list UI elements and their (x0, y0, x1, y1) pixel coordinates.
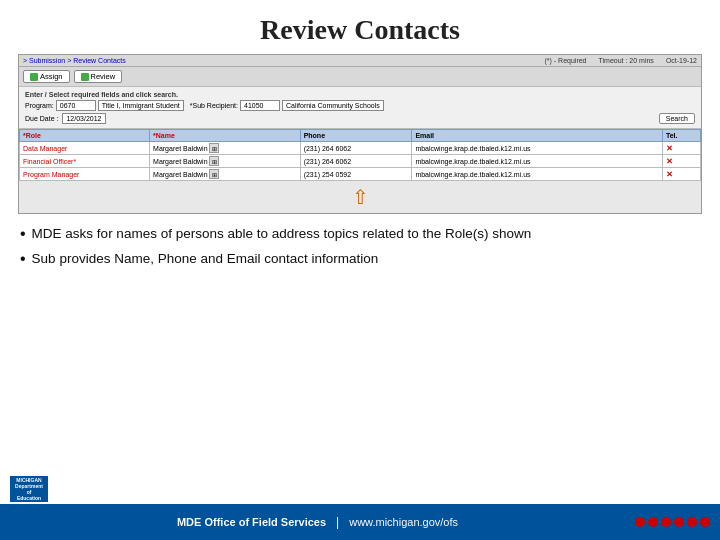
cell-email: mbalcwinge.krap.de.tbaled.k12.mi.us (412, 168, 663, 181)
search-form: Enter / Select required fields and click… (19, 87, 701, 129)
table-row: Financial Officer*Margaret Baldwin ⊞(231… (20, 155, 701, 168)
col-header-tel: Tel. (662, 130, 700, 142)
michigan-logo-box: MICHIGANDepartmentofEducation (10, 476, 48, 502)
cell-name: Margaret Baldwin ⊞ (150, 168, 301, 181)
screenshot-topbar: > Submission > Review Contacts (*) - Req… (19, 55, 701, 67)
cell-role: Program Manager (20, 168, 150, 181)
sub-recipient-desc: California Community Schools (282, 100, 384, 111)
footer-dot (661, 517, 671, 527)
assign-button[interactable]: Assign (23, 70, 70, 83)
col-header-phone: Phone (300, 130, 412, 142)
program-label: Program: (25, 102, 54, 109)
cell-role: Financial Officer* (20, 155, 150, 168)
search-button[interactable]: Search (659, 113, 695, 124)
bullet-text: Sub provides Name, Phone and Email conta… (32, 249, 379, 270)
due-date-label: Due Date : (25, 115, 58, 122)
sub-recipient-value: 41050 (240, 100, 280, 111)
screenshot-mockup: > Submission > Review Contacts (*) - Req… (18, 54, 702, 214)
bullet-text: MDE asks for names of persons able to ad… (32, 224, 532, 245)
bullets-section: MDE asks for names of persons able to ad… (20, 224, 700, 270)
cell-email: mbalcwinge.krap.de.tbaled.k12.mi.us (412, 155, 663, 168)
cell-name: Margaret Baldwin ⊞ (150, 155, 301, 168)
footer-org: MDE Office of Field Services (177, 516, 326, 528)
date-top: Oct-19-12 (666, 57, 697, 64)
program-value: 0670 (56, 100, 96, 111)
form-instruction: Enter / Select required fields and click… (25, 91, 695, 98)
program-desc: Title I, Immigrant Student (98, 100, 184, 111)
program-field: Program: 0670 Title I, Immigrant Student (25, 100, 184, 111)
cell-role: Data Manager (20, 142, 150, 155)
timeout-label: Timeout : 20 mins (599, 57, 654, 64)
footer-dots (635, 517, 710, 527)
list-item: Sub provides Name, Phone and Email conta… (20, 249, 700, 270)
due-date-value: 12/03/2012 (62, 113, 105, 124)
form-row-program: Program: 0670 Title I, Immigrant Student… (25, 100, 695, 111)
delete-icon[interactable]: ✕ (666, 170, 673, 179)
footer-dot (648, 517, 658, 527)
cell-name: Margaret Baldwin ⊞ (150, 142, 301, 155)
cell-delete[interactable]: ✕ (662, 142, 700, 155)
footer-pipe: | (336, 515, 339, 529)
cell-delete[interactable]: ✕ (662, 155, 700, 168)
cell-email: mbalcwinge.krap.de.tbaled.k12.mi.us (412, 142, 663, 155)
footer-url: www.michigan.gov/ofs (349, 516, 458, 528)
review-icon (81, 73, 89, 81)
footer-dot (674, 517, 684, 527)
assign-icon (30, 73, 38, 81)
table-row: Data ManagerMargaret Baldwin ⊞(231) 264 … (20, 142, 701, 155)
sub-recipient-field: *Sub Recipient: 41050 California Communi… (190, 100, 384, 111)
footer: MDE Office of Field Services | www.michi… (0, 504, 720, 540)
lookup-icon[interactable]: ⊞ (209, 156, 219, 166)
col-header-role: *Role (20, 130, 150, 142)
footer-dot (700, 517, 710, 527)
lookup-icon[interactable]: ⊞ (209, 143, 219, 153)
table-row: Program ManagerMargaret Baldwin ⊞(231) 2… (20, 168, 701, 181)
cell-phone: (231) 264 6062 (300, 155, 412, 168)
col-header-email: Email (412, 130, 663, 142)
action-buttons-row: Assign Review (19, 67, 701, 87)
cell-delete[interactable]: ✕ (662, 168, 700, 181)
breadcrumb: > Submission > Review Contacts (23, 57, 126, 64)
footer-center: MDE Office of Field Services | www.michi… (0, 515, 635, 529)
cell-phone: (231) 264 6062 (300, 142, 412, 155)
cell-phone: (231) 254 0592 (300, 168, 412, 181)
date-row: Due Date : 12/03/2012 Search (25, 113, 695, 124)
arrow-indicator: ⇧ (19, 181, 701, 213)
contacts-table: *Role *Name Phone Email Tel. Data Manage… (19, 129, 701, 181)
col-header-name: *Name (150, 130, 301, 142)
delete-icon[interactable]: ✕ (666, 144, 673, 153)
list-item: MDE asks for names of persons able to ad… (20, 224, 700, 245)
contacts-table-wrap: *Role *Name Phone Email Tel. Data Manage… (19, 129, 701, 181)
michigan-logo: MICHIGANDepartmentofEducation (10, 476, 48, 502)
review-button[interactable]: Review (74, 70, 123, 83)
footer-dot (635, 517, 645, 527)
lookup-icon[interactable]: ⊞ (209, 169, 219, 179)
footer-dot (687, 517, 697, 527)
page-title: Review Contacts (0, 0, 720, 54)
delete-icon[interactable]: ✕ (666, 157, 673, 166)
sub-recipient-label: *Sub Recipient: (190, 102, 238, 109)
michigan-logo-text: MICHIGANDepartmentofEducation (15, 477, 43, 501)
required-note: (*) - Required (544, 57, 586, 64)
